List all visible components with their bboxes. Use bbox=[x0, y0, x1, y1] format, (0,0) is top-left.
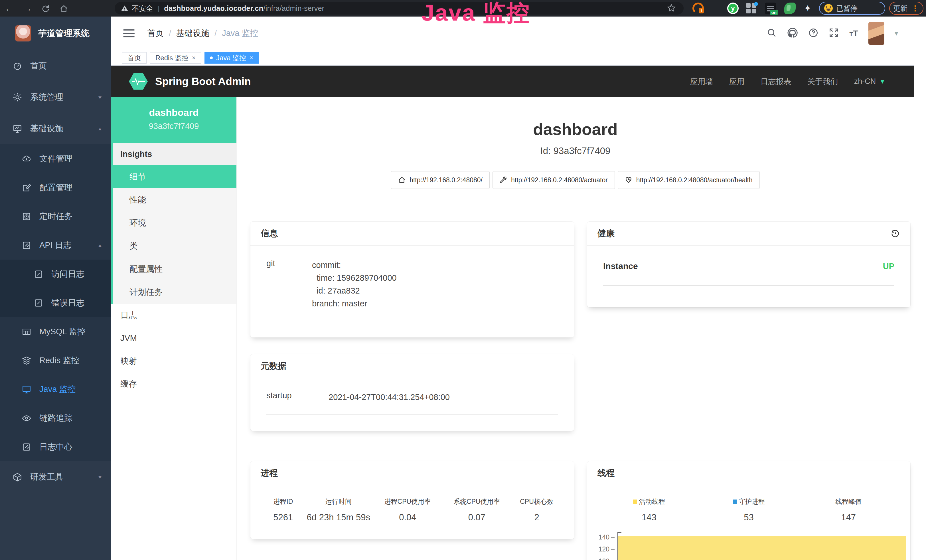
search-icon[interactable] bbox=[767, 28, 777, 39]
page-subtitle: Id: 93a3fc7f7409 bbox=[237, 145, 914, 156]
log-icon bbox=[22, 241, 31, 250]
card-title: 线程 bbox=[598, 467, 614, 479]
sidebar-item-access-log[interactable]: 访问日志 bbox=[0, 260, 111, 288]
sidebar-item-job[interactable]: 定时任务 bbox=[0, 202, 111, 231]
address-bar[interactable]: 不安全 | dashboard.yudao.iocoder.cn/infra/a… bbox=[115, 2, 684, 15]
screen: ← → 不安全 | dashboard.yudao.iocoder.cn/inf… bbox=[0, 0, 926, 560]
sba-item-metrics[interactable]: 性能 bbox=[113, 188, 236, 211]
sidebar-item-system[interactable]: 系统管理 ▾ bbox=[0, 82, 111, 113]
sidebar-item-mysql[interactable]: MySQL 监控 bbox=[0, 317, 111, 346]
sidebar-item-log-center[interactable]: 日志中心 bbox=[0, 433, 111, 461]
url-text: dashboard.yudao.iocoder.cn/infra/admin-s… bbox=[164, 4, 324, 12]
sba-item-logs[interactable]: 日志 bbox=[111, 304, 236, 327]
sba-item-scheduled[interactable]: 计划任务 bbox=[113, 281, 236, 304]
extension-pin-icon[interactable] bbox=[712, 3, 723, 14]
sidebar-item-devtools[interactable]: 研发工具 ▾ bbox=[0, 461, 111, 493]
github-icon[interactable] bbox=[787, 27, 798, 39]
help-icon[interactable] bbox=[808, 28, 819, 39]
sba-item-jvm[interactable]: JVM bbox=[111, 327, 236, 350]
fullscreen-icon[interactable] bbox=[829, 28, 839, 39]
sidebar-item-api-log[interactable]: API 日志 ▴ bbox=[0, 231, 111, 260]
sba-item-classes[interactable]: 类 bbox=[113, 235, 236, 257]
annotation-text: Java 监控 bbox=[422, 0, 530, 29]
sba-item-details[interactable]: 细节 bbox=[113, 165, 236, 188]
instance-name: dashboard bbox=[111, 107, 236, 118]
font-size-icon[interactable]: TT bbox=[849, 29, 858, 38]
profile-paused-chip[interactable]: 已暂停 bbox=[819, 2, 885, 15]
infra-submenu: 文件管理 配置管理 定时任务 API 日志 ▴ 访问日志 错误日志 bbox=[0, 144, 111, 461]
chevron-down-icon: ▼ bbox=[879, 78, 885, 85]
forward-icon[interactable]: → bbox=[18, 3, 36, 14]
sba-brand[interactable]: Spring Boot Admin bbox=[155, 76, 251, 88]
sidebar-item-home[interactable]: 首页 bbox=[0, 50, 111, 82]
stat-cpus: CPU核心数 2 bbox=[511, 497, 562, 523]
extension-leaf-icon[interactable] bbox=[784, 3, 796, 14]
sba-nav-wall[interactable]: 应用墙 bbox=[690, 76, 713, 87]
chrome-update-button[interactable]: 更新 ⋮ bbox=[889, 2, 923, 15]
card-title: 信息 bbox=[261, 228, 278, 239]
extension-switch-icon[interactable]: on bbox=[765, 3, 776, 14]
metadata-card: 元数据 startup 2021-04-27T00:44:31.254+08:0… bbox=[250, 354, 574, 431]
health-row-instance[interactable]: Instance UP bbox=[603, 246, 894, 286]
update-label: 更新 bbox=[893, 4, 908, 13]
sidebar-item-redis[interactable]: Redis 监控 bbox=[0, 346, 111, 375]
not-secure-warning-icon bbox=[121, 5, 128, 12]
sidebar-item-infra[interactable]: 基础设施 ▴ bbox=[0, 113, 111, 144]
sba-item-mappings[interactable]: 映射 bbox=[111, 350, 236, 372]
chrome-menu-icon[interactable]: ⋮ bbox=[911, 4, 920, 13]
tab-home[interactable]: 首页 bbox=[122, 52, 147, 64]
stat-pid: 进程ID 5261 bbox=[262, 497, 304, 523]
sba-item-caches[interactable]: 缓存 bbox=[111, 372, 236, 395]
live-threads-area bbox=[618, 536, 906, 560]
stat-live-threads: 活动线程 143 bbox=[599, 497, 699, 523]
app-logo-row[interactable]: 芋道管理系统 bbox=[0, 17, 111, 50]
sidebar-item-files[interactable]: 文件管理 bbox=[0, 144, 111, 173]
sba-nav-journal[interactable]: 日志报表 bbox=[761, 76, 791, 87]
threads-card: 线程 活动线程 143 守护进程 53 线程峰值 147 140 120 100 bbox=[587, 461, 910, 560]
extension-grid-icon[interactable] bbox=[746, 3, 757, 14]
tab-redis[interactable]: Redis 监控 × bbox=[150, 52, 201, 64]
breadcrumb-infra[interactable]: 基础设施 bbox=[176, 28, 209, 39]
sba-item-env[interactable]: 环境 bbox=[113, 211, 236, 235]
sba-item-configprops[interactable]: 配置属性 bbox=[113, 257, 236, 281]
sba-logo-icon[interactable] bbox=[129, 73, 148, 90]
sba-navbar: Spring Boot Admin 应用墙 应用 日志报表 关于我们 zh-CN… bbox=[111, 66, 914, 97]
instance-header[interactable]: dashboard 93a3fc7f7409 bbox=[111, 97, 236, 143]
home-icon[interactable] bbox=[55, 3, 73, 14]
stat-uptime: 运行时间 6d 23h 15m 59s bbox=[304, 497, 373, 523]
sba-nav-applications[interactable]: 应用 bbox=[729, 76, 744, 87]
sidebar-item-java-monitor[interactable]: Java 监控 bbox=[0, 375, 111, 404]
bookmark-star-icon[interactable] bbox=[667, 3, 676, 14]
tab-java[interactable]: Java 监控 × bbox=[204, 52, 259, 64]
collapse-sidebar-icon[interactable] bbox=[123, 27, 135, 40]
reload-icon[interactable] bbox=[36, 3, 55, 14]
extensions-puzzle-icon[interactable]: ✦ bbox=[802, 3, 813, 14]
locale-select[interactable]: zh-CN ▼ bbox=[854, 77, 885, 86]
card-title: 健康 bbox=[598, 228, 614, 239]
close-icon[interactable]: × bbox=[192, 54, 196, 62]
sidebar-item-error-log[interactable]: 错误日志 bbox=[0, 288, 111, 317]
back-icon[interactable]: ← bbox=[0, 3, 18, 14]
log-icon bbox=[34, 298, 43, 308]
stat-system-cpu: 系统CPU使用率 0.07 bbox=[442, 497, 511, 523]
chevron-up-icon: ▴ bbox=[98, 126, 101, 132]
chevron-up-icon: ▴ bbox=[98, 242, 101, 248]
health-url-button[interactable]: http://192.168.0.2:48080/actuator/health bbox=[618, 171, 760, 189]
emoji-face-icon bbox=[824, 4, 833, 12]
sidebar-item-config[interactable]: 配置管理 bbox=[0, 173, 111, 202]
extension-colorzilla-icon[interactable]: 1 bbox=[692, 3, 704, 14]
scheduler-icon bbox=[22, 212, 31, 221]
heartbeat-icon bbox=[625, 176, 632, 184]
extension-y-icon[interactable]: y bbox=[727, 3, 738, 14]
scrollbar-gutter[interactable] bbox=[914, 17, 926, 560]
sba-nav-about[interactable]: 关于我们 bbox=[807, 76, 838, 87]
breadcrumb-home[interactable]: 首页 bbox=[147, 28, 164, 39]
history-icon[interactable] bbox=[890, 229, 900, 238]
user-avatar[interactable] bbox=[869, 22, 884, 45]
user-caret-icon[interactable]: ▾ bbox=[895, 29, 898, 37]
sidebar-item-tracing[interactable]: 链路追踪 bbox=[0, 404, 111, 433]
sba-main: dashboard Id: 93a3fc7f7409 http://192.16… bbox=[237, 97, 914, 560]
close-icon[interactable]: × bbox=[250, 54, 253, 62]
actuator-url-button[interactable]: http://192.168.0.2:48080/actuator bbox=[493, 171, 615, 189]
service-url-button[interactable]: http://192.168.0.2:48080/ bbox=[391, 171, 490, 189]
